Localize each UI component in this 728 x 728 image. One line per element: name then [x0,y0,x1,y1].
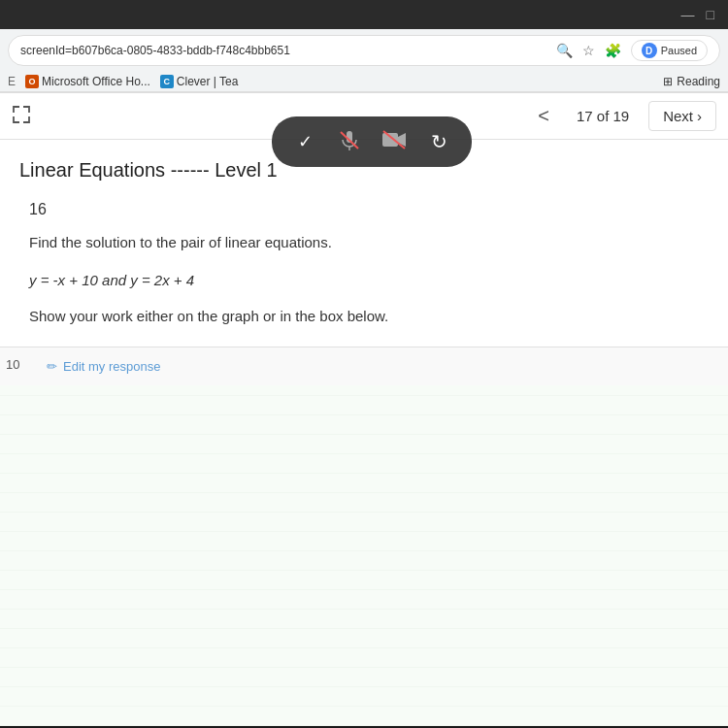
media-mic-button[interactable] [334,126,365,157]
mic-icon [339,129,360,155]
title-bar: — □ [0,0,728,29]
question-number: 16 [19,201,699,218]
svg-rect-3 [382,133,398,147]
reading-badge: ⊞ Reading [663,75,720,88]
equation-text: y = -x + 10 and y = 2x + 4 [19,272,699,288]
prev-button[interactable]: < [530,101,557,131]
microsoft-label: Microsoft Office Ho... [42,75,150,88]
browser-icons: 🔍 ☆ 🧩 D Paused [556,40,708,61]
refresh-icon: ↻ [431,130,447,153]
microsoft-favicon: O [25,75,39,88]
check-icon: ✓ [298,131,313,152]
content-area: < 17 of 19 Next › Linear Equations -----… [0,93,728,726]
reading-grid-icon: ⊞ [663,75,673,88]
video-icon [381,129,407,155]
media-overlay: ✓ ↻ [272,116,472,167]
paused-label: Paused [661,45,697,56]
expand-icon [12,105,31,128]
edit-response-label: Edit my response [63,359,160,374]
show-work-text: Show your work either on the graph or in… [19,306,699,328]
question-wrapper: Linear Equations ------ Level 1 16 Find … [0,140,728,347]
question-area: Linear Equations ------ Level 1 16 Find … [0,140,728,347]
address-bar[interactable]: screenId=b607b6ca-0805-4833-bddb-f748c4b… [8,35,720,66]
title-bar-controls: — □ [681,7,718,22]
media-video-button[interactable] [379,126,410,157]
bookmarks-bar: E O Microsoft Office Ho... C Clever | Te… [0,72,728,92]
next-button[interactable]: Next › [648,101,716,131]
page-counter: 17 of 19 [567,104,639,128]
reading-label: Reading [677,75,720,88]
media-check-button[interactable]: ✓ [289,126,320,157]
edit-pencil-icon: ✏ [47,359,57,374]
paused-badge: D Paused [631,40,708,61]
edit-response-button[interactable]: ✏ Edit my response [47,359,709,374]
prev-icon: < [538,105,549,126]
number-label: 10 [6,357,19,366]
browser-chrome: screenId=b607b6ca-0805-4833-bddb-f748c4b… [0,29,728,93]
bookmark-microsoft[interactable]: O Microsoft Office Ho... [25,75,150,88]
paused-d-icon: D [642,43,657,58]
question-text: Find the solution to the pair of linear … [19,232,699,254]
address-text: screenId=b607b6ca-0805-4833-bddb-f748c4b… [20,44,290,57]
bookmark-icon: E [8,75,16,88]
next-arrow-icon: › [697,108,702,124]
address-bar-row: screenId=b607b6ca-0805-4833-bddb-f748c4b… [0,29,728,72]
star-icon[interactable]: ☆ [582,43,595,58]
clever-favicon: C [160,75,174,88]
response-area: 10 ✏ Edit my response [0,347,728,385]
search-icon[interactable]: 🔍 [556,43,573,58]
next-label: Next [663,108,693,124]
media-refresh-button[interactable]: ↻ [423,126,454,157]
expand-button[interactable] [12,105,31,128]
clever-label: Clever | Tea [177,75,239,88]
bookmark-clever[interactable]: C Clever | Tea [160,75,239,88]
ext-icon[interactable]: 🧩 [605,43,621,58]
